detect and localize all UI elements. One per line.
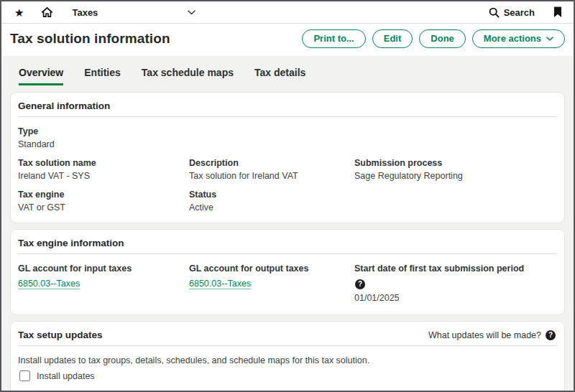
field-gl-account-output-taxes: GL account for output taxes 6850.03--Tax…	[189, 263, 354, 303]
field-label: GL account for input taxes	[18, 263, 189, 274]
field-value: Standard	[18, 139, 557, 149]
field-label: Description	[189, 158, 354, 168]
application-menu-dropdown[interactable]: Taxes	[72, 7, 196, 18]
search-button[interactable]: Search	[489, 7, 535, 18]
field-value: Active	[189, 202, 354, 213]
section-title: Tax engine information	[18, 238, 124, 248]
field-tax-solution-name: Tax solution name Ireland VAT - SYS	[18, 158, 189, 181]
done-button[interactable]: Done	[419, 29, 466, 48]
field-value: Tax solution for Ireland VAT	[189, 171, 354, 181]
field-value: 01/01/2025	[354, 293, 557, 303]
tax-setup-updates-header: Tax setup updates What updates will be m…	[18, 330, 557, 346]
chevron-down-icon	[546, 37, 553, 41]
field-gl-account-input-taxes: GL account for input taxes 6850.03--Taxe…	[18, 263, 189, 303]
install-updates-label: Install updates	[37, 371, 95, 381]
section-title: General information	[18, 101, 110, 111]
top-navigation-bar: ★ Taxes Search	[1, 1, 574, 24]
tax-setup-updates-card: Tax setup updates What updates will be m…	[10, 321, 565, 392]
field-label: Type	[18, 126, 557, 136]
field-label: Submission process	[354, 158, 557, 168]
print-to-button[interactable]: Print to...	[302, 29, 365, 48]
page-title: Tax solution information	[10, 31, 170, 47]
bookmark-icon[interactable]	[553, 6, 562, 18]
field-description: Description Tax solution for Ireland VAT	[189, 158, 354, 181]
general-information-header: General information	[18, 101, 557, 117]
help-icon[interactable]: ?	[355, 279, 365, 289]
home-icon[interactable]	[41, 6, 53, 18]
application-menu-label: Taxes	[72, 7, 98, 18]
tab-overview[interactable]: Overview	[19, 67, 63, 85]
print-to-button-label: Print to...	[313, 33, 354, 44]
field-value: Sage Regulatory Reporting	[354, 171, 557, 181]
help-icon[interactable]: ?	[546, 330, 556, 340]
general-information-card: General information Type Standard Tax so…	[10, 92, 565, 223]
chevron-down-icon	[188, 10, 196, 15]
edit-button[interactable]: Edit	[372, 29, 413, 48]
tax-solution-window: ★ Taxes Search	[0, 0, 575, 392]
tab-tax-schedule-maps[interactable]: Tax schedule maps	[142, 67, 234, 85]
field-label: Tax engine	[18, 190, 189, 200]
general-info-row-3: Tax engine VAT or GST Status Active	[18, 190, 557, 213]
updates-help: What updates will be made? ?	[428, 330, 556, 340]
field-label: GL account for output taxes	[189, 263, 354, 274]
section-title: Tax setup updates	[18, 330, 103, 340]
field-type: Type Standard	[18, 126, 557, 149]
gl-account-input-link[interactable]: 6850.03--Taxes	[18, 279, 80, 289]
field-status: Status Active	[189, 190, 354, 213]
header-actions: Print to... Edit Done More actions	[302, 29, 565, 48]
gl-account-output-link[interactable]: 6850.03--Taxes	[189, 279, 251, 289]
tab-entities[interactable]: Entities	[84, 67, 121, 85]
done-button-label: Done	[431, 33, 454, 44]
edit-button-label: Edit	[384, 33, 402, 44]
field-start-date: Start date of first tax submission perio…	[354, 263, 557, 303]
field-tax-engine: Tax engine VAT or GST	[18, 190, 189, 213]
more-actions-button[interactable]: More actions	[472, 29, 565, 48]
tab-bar: Overview Entities Tax schedule maps Tax …	[1, 56, 574, 85]
favorites-star-icon[interactable]: ★	[14, 7, 24, 18]
field-label: Tax solution name	[18, 158, 189, 168]
tax-engine-info-row: GL account for input taxes 6850.03--Taxe…	[18, 263, 557, 303]
setup-description: Install updates to tax groups, details, …	[18, 355, 557, 365]
tax-engine-information-card: Tax engine information GL account for in…	[10, 229, 565, 315]
install-updates-row: Install updates	[19, 370, 557, 381]
tab-tax-details[interactable]: Tax details	[254, 67, 305, 85]
field-value: VAT or GST	[18, 202, 189, 213]
field-label: Start date of first tax submission perio…	[354, 263, 557, 274]
updates-help-text: What updates will be made?	[428, 330, 541, 340]
search-label: Search	[504, 7, 535, 18]
field-label: Status	[189, 190, 354, 200]
page-header: Tax solution information Print to... Edi…	[1, 24, 574, 56]
field-submission-process: Submission process Sage Regulatory Repor…	[354, 158, 557, 181]
tax-engine-information-header: Tax engine information	[18, 238, 557, 254]
empty-cell	[354, 190, 557, 213]
install-updates-checkbox[interactable]	[19, 370, 30, 381]
more-actions-button-label: More actions	[484, 33, 541, 44]
general-info-row-2: Tax solution name Ireland VAT - SYS Desc…	[18, 158, 557, 181]
search-icon	[489, 7, 500, 18]
field-value: Ireland VAT - SYS	[18, 171, 189, 181]
